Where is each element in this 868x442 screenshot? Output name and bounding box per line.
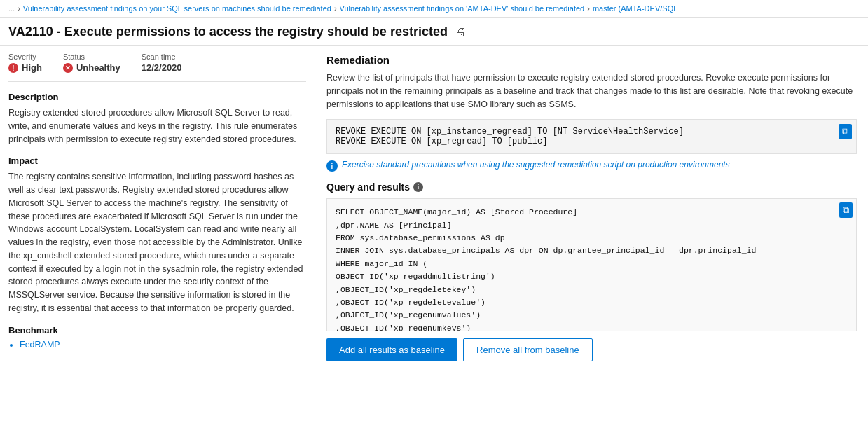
breadcrumb-link-1[interactable]: Vulnerability assessment findings on you… [23,4,331,13]
query-box[interactable]: SELECT OBJECT_NAME(major_id) AS [Stored … [326,198,857,331]
breadcrumb-link-2[interactable]: Vulnerability assessment findings on 'AM… [340,4,585,13]
page-header: VA2110 - Execute permissions to access t… [0,18,868,46]
severity-value: High [8,62,42,73]
breadcrumb-ellipsis: ... [8,4,15,13]
severity-label: Severity [8,53,42,61]
right-panel: Remediation Review the list of principal… [315,46,868,437]
description-title: Description [8,92,306,102]
status-text: Unhealthy [76,62,120,73]
status-value: Unhealthy [63,62,120,73]
main-layout: Severity High Status Unhealthy Scan time… [0,46,868,437]
description-body: Registry extended stored procedures allo… [8,106,306,146]
baseline-actions: Add all results as baseline Remove all f… [326,338,857,361]
query-section-title: Query and results i [326,181,857,193]
benchmark-title: Benchmark [8,325,306,336]
scan-time-text: 12/2/2020 [142,62,182,73]
status-label: Status [63,53,120,61]
status-item: Status Unhealthy [63,53,120,73]
remediation-title: Remediation [326,54,857,66]
impact-body: The registry contains sensitive informat… [8,170,306,315]
remediation-copy-button[interactable]: ⧉ [839,124,852,139]
remediation-code-line-2: REVOKE EXECUTE ON [xp_regread] TO [publi… [336,137,848,146]
print-icon[interactable]: 🖨 [455,26,466,39]
info-icon: i [326,160,338,172]
breadcrumb-link-3[interactable]: master (AMTA-DEV/SQL [593,4,677,13]
meta-row: Severity High Status Unhealthy Scan time… [8,46,306,82]
add-baseline-button[interactable]: Add all results as baseline [326,338,457,361]
high-severity-icon [8,63,18,73]
benchmark-item-fedramp[interactable]: FedRAMP [20,340,306,350]
query-title-text: Query and results [326,181,410,193]
info-notice-text: Exercise standard precautions when using… [342,160,730,170]
remediation-code-block: REVOKE EXECUTE ON [xp_instance_regread] … [326,119,857,154]
scan-time-label: Scan time [142,53,182,61]
unhealthy-icon [63,63,73,73]
scan-time-item: Scan time 12/2/2020 [142,53,182,73]
left-panel: Severity High Status Unhealthy Scan time… [0,46,315,437]
remediation-code-line-1: REVOKE EXECUTE ON [xp_instance_regread] … [336,127,848,137]
query-copy-button[interactable]: ⧉ [839,202,853,218]
benchmark-list: FedRAMP [8,340,306,350]
remove-baseline-button[interactable]: Remove all from baseline [463,338,593,361]
query-info-icon: i [413,182,423,192]
info-notice: i Exercise standard precautions when usi… [326,160,857,172]
severity-item: Severity High [8,53,42,73]
severity-text: High [22,62,42,73]
query-box-wrapper: SELECT OBJECT_NAME(major_id) AS [Stored … [326,198,857,331]
scan-time-value: 12/2/2020 [142,62,182,73]
breadcrumb: ... › Vulnerability assessment findings … [0,0,868,18]
page-title: VA2110 - Execute permissions to access t… [8,25,448,39]
impact-title: Impact [8,156,306,166]
remediation-text: Review the list of principals that have … [326,71,857,111]
